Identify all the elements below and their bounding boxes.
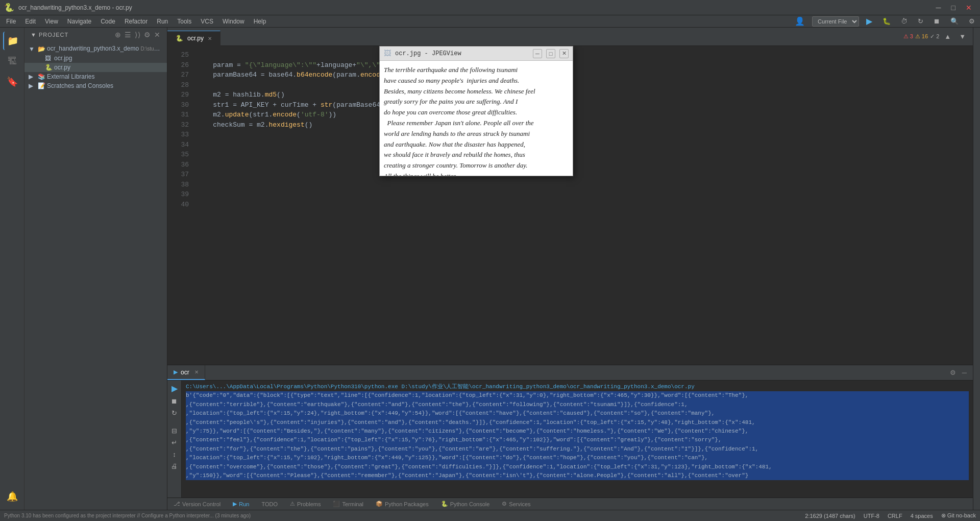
tab-run[interactable]: ▶ Run (227, 498, 255, 510)
status-encoding[interactable]: UTF-8 (864, 512, 879, 519)
settings-button[interactable]: ⚙ (966, 15, 978, 27)
tab-version-control[interactable]: ⎇ Version Control (167, 498, 227, 510)
debug-button[interactable]: 🐛 (879, 15, 894, 27)
warning-badge: ⚠ 16 (915, 33, 928, 40)
sidebar-scope-btn[interactable]: ⊕ (115, 31, 121, 39)
sidebar-hide-btn[interactable]: ✕ (154, 31, 161, 39)
menu-refactor[interactable]: Refactor (120, 17, 152, 26)
sidebar-gear-btn[interactable]: ⚙ (144, 31, 151, 39)
run-print-btn[interactable]: 🖨 (170, 461, 179, 471)
status-python-info[interactable]: Python 3.10 has been configured as the p… (4, 513, 251, 518)
code-content[interactable]: param = "{\"language\":\""+language+"\",… (193, 46, 973, 365)
run-play-btn[interactable]: ▶ (170, 383, 179, 394)
menu-navigate[interactable]: Navigate (63, 17, 95, 26)
error-badge: ⚠ 3 (903, 33, 913, 40)
sidebar-dropdown-icon[interactable]: ▼ (31, 32, 37, 38)
status-linending[interactable]: CRLF (888, 512, 902, 519)
sidebar-collapse-btn[interactable]: ⟩⟩ (135, 31, 141, 39)
menu-vcs[interactable]: VCS (197, 17, 217, 26)
minimize-button[interactable]: ─ (932, 3, 945, 13)
user-icon[interactable]: 👤 (792, 14, 808, 28)
tree-scratches[interactable]: ▶ 📝 Scratches and Consoles (24, 81, 167, 90)
run-scroll-btn[interactable]: ↕ (172, 449, 177, 459)
tree-ocr-jpg[interactable]: 🖼 ocr.jpg (24, 54, 167, 63)
folder-icon: 📂 (38, 45, 47, 53)
current-file-selector[interactable]: Current File (812, 16, 859, 27)
tab-todo[interactable]: TODO (255, 498, 284, 510)
sidebar-header: ▼ Project ⊕ ☰ ⟩⟩ ⚙ ✕ (24, 28, 167, 42)
menu-file[interactable]: File (2, 17, 20, 26)
tab-services[interactable]: ⚙ Services (496, 498, 536, 510)
status-bar-right: 2:1629 (1487 chars) UTF-8 CRLF 4 spaces … (805, 512, 976, 519)
tree-root[interactable]: ▼ 📂 ocr_handwriting_python3.x_demo D:\st… (24, 44, 167, 54)
editor-tab-close[interactable]: ✕ (208, 36, 212, 41)
right-panel (973, 28, 980, 510)
services-icon: ⚙ (502, 501, 507, 507)
tab-python-packages-label: Python Packages (385, 501, 429, 507)
tree-external-libs[interactable]: ▶ 📚 External Libraries (24, 72, 167, 81)
version-control-icon: ⎇ (174, 501, 180, 507)
profile-button[interactable]: ⏱ (898, 15, 911, 27)
status-indent[interactable]: 4 spaces (911, 512, 933, 519)
run-filter-btn[interactable]: ⊟ (170, 426, 178, 436)
run-hide-btn[interactable]: ─ (960, 368, 969, 377)
scroll-down-btn[interactable]: ▼ (956, 31, 969, 42)
run-output-line-6: ,{"content":"feel"},{"confidence":1,"loc… (186, 436, 969, 444)
run-tabs: ▶ ocr ✕ ⚙ ─ (167, 365, 973, 381)
run-output-line-8: ,"location":{"top_left":{"x":15,"y":102}… (186, 454, 969, 462)
run-output-line-2: ,{"content":"terrible"},{"content":"eart… (186, 400, 969, 409)
menu-bar: File Edit View Navigate Code Refactor Ru… (0, 15, 980, 28)
run-rerun-btn[interactable]: ↻ (170, 408, 178, 418)
search-everywhere-button[interactable]: 🔍 (947, 15, 962, 27)
tab-python-console[interactable]: 🐍 Python Console (435, 498, 496, 510)
tree-ocr-py[interactable]: 🐍 ocr.py (24, 63, 167, 72)
jpeg-minimize-btn[interactable]: ─ (533, 49, 542, 58)
run-stop-btn[interactable]: ⏹ (170, 396, 179, 406)
menu-run[interactable]: Run (153, 17, 172, 26)
tab-python-packages[interactable]: 📦 Python Packages (370, 498, 435, 510)
run-wrap-btn[interactable]: ↵ (170, 438, 178, 447)
tab-run-label: Run (239, 501, 249, 507)
status-git-text: ⊗ Git no-back (941, 512, 976, 519)
tab-problems[interactable]: ⚠ Problems (284, 498, 327, 510)
menu-window[interactable]: Window (218, 17, 249, 26)
terminal-icon: ⬛ (333, 501, 340, 507)
jpeg-close-btn[interactable]: ✕ (559, 49, 569, 58)
run-button[interactable]: ▶ (863, 14, 875, 28)
menu-tools[interactable]: Tools (173, 17, 195, 26)
tree-root-label: ocr_handwriting_python3.x_demo D:\study\… (47, 45, 163, 53)
activity-structure[interactable]: 🏗 (3, 52, 21, 70)
activity-bookmarks[interactable]: 🔖 (3, 73, 21, 91)
scroll-up-btn[interactable]: ▲ (941, 31, 954, 42)
window-title: ocr_handwriting_python3.x_demo - ocr.py (18, 4, 132, 11)
activity-project[interactable]: 📁 (3, 32, 21, 50)
menu-edit[interactable]: Edit (21, 17, 40, 26)
tab-services-label: Services (509, 501, 530, 507)
image-file-icon: 🖼 (45, 55, 54, 62)
activity-notifications[interactable]: 🔔 (3, 487, 21, 506)
editor-tab-ocr-py[interactable]: 🐍 ocr.py ✕ (167, 31, 220, 46)
close-button[interactable]: ✕ (962, 3, 976, 13)
run-tab-controls: ⚙ ─ (948, 368, 973, 377)
status-position[interactable]: 2:1629 (1487 chars) (805, 512, 855, 519)
tab-todo-label: TODO (261, 501, 278, 507)
run-tab-ocr[interactable]: ▶ ocr ✕ (167, 365, 205, 380)
menu-help[interactable]: Help (250, 17, 271, 26)
stop-button[interactable]: ⏹ (930, 15, 943, 27)
menu-code[interactable]: Code (96, 17, 119, 26)
git-update-button[interactable]: ↻ (915, 15, 926, 27)
tree-chevron-right-icon: ▶ (29, 73, 38, 80)
tab-python-console-label: Python Console (450, 501, 490, 507)
status-git[interactable]: ⊗ Git no-back (941, 512, 976, 519)
maximize-button[interactable]: □ (947, 3, 960, 13)
sidebar-list-btn[interactable]: ☰ (125, 31, 132, 39)
tab-terminal[interactable]: ⬛ Terminal (327, 498, 370, 510)
run-output[interactable]: C:\Users\...\AppData\Local\Programs\Pyth… (182, 381, 973, 498)
run-tab-icon: ▶ (174, 369, 178, 375)
menu-view[interactable]: View (41, 17, 62, 26)
bottom-tabs: ⎇ Version Control ▶ Run TODO ⚠ Problems … (167, 498, 973, 510)
run-tab-close[interactable]: ✕ (194, 369, 199, 375)
run-settings-btn[interactable]: ⚙ (948, 368, 958, 377)
python-file-icon: 🐍 (45, 64, 54, 71)
jpeg-maximize-btn[interactable]: □ (546, 49, 555, 58)
